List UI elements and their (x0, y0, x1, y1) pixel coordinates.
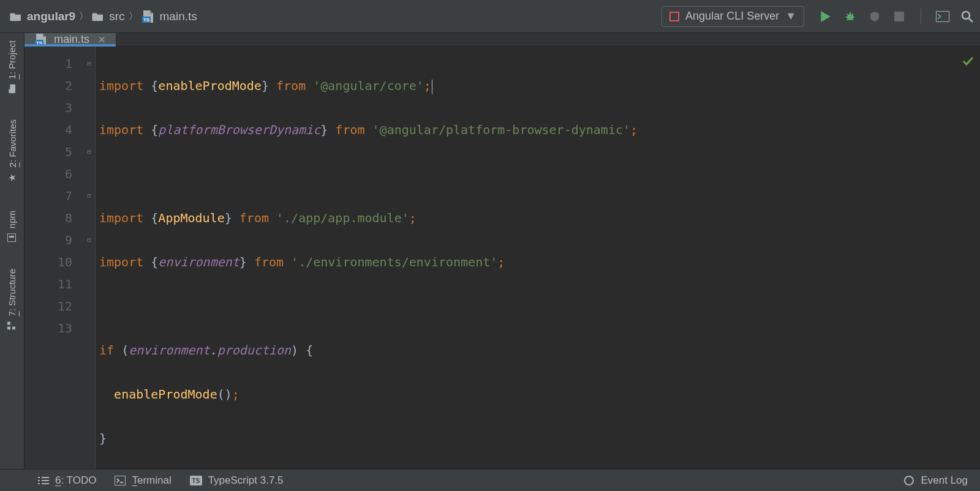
svg-rect-17 (905, 480, 913, 481)
separator (921, 9, 921, 24)
tool-window-npm[interactable]: npm (7, 206, 17, 247)
tool-label: npm (7, 211, 17, 228)
inspection-ok-icon[interactable] (962, 55, 974, 67)
fold-gutter: ⊟ ⊟ ⊟ ⊟ (83, 47, 96, 491)
line-number: 5 (24, 141, 72, 163)
event-log-button[interactable]: Event Log (903, 474, 968, 487)
svg-rect-8 (8, 326, 11, 329)
project-icon (8, 83, 17, 93)
run-config-label: Angular CLI Server (685, 10, 779, 23)
line-number: 12 (24, 295, 72, 317)
fold-toggle[interactable]: ⊟ (83, 53, 95, 75)
line-number: 6 (24, 163, 72, 185)
breadcrumb-label: angular9 (27, 10, 75, 23)
breadcrumbs: angular9 〉 src 〉 TS main.ts (6, 10, 662, 23)
run-anything-button[interactable] (936, 10, 949, 23)
line-number: 9 (24, 229, 72, 251)
typescript-icon: TS (190, 476, 202, 485)
fold-end[interactable]: ⊟ (83, 229, 95, 251)
search-everywhere-button[interactable] (960, 10, 974, 23)
svg-text:TS: TS (192, 478, 200, 484)
line-number: 1 (24, 53, 72, 75)
stop-button[interactable] (892, 10, 906, 23)
status-item-label: TypeScript 3.7.5 (208, 474, 284, 487)
folder-icon (10, 12, 22, 21)
text-cursor (432, 80, 432, 94)
svg-point-5 (962, 12, 970, 19)
breadcrumb-main-ts[interactable]: TS main.ts (141, 10, 197, 23)
list-icon (38, 476, 49, 485)
svg-rect-4 (936, 11, 949, 22)
svg-rect-7 (10, 236, 15, 238)
run-button[interactable] (819, 10, 832, 23)
status-item-label: Event Log (921, 474, 968, 487)
svg-rect-10 (13, 326, 16, 329)
status-bar: 6: TODO Terminal TS TypeScript 3.7.5 Eve… (0, 469, 980, 491)
coverage-button[interactable] (868, 10, 881, 23)
run-configuration-select[interactable]: Angular CLI Server ▼ (662, 6, 804, 27)
navigation-bar: angular9 〉 src 〉 TS main.ts Angular CLI … (0, 0, 980, 33)
event-log-icon (903, 475, 914, 486)
breadcrumb-angular9[interactable]: angular9 (10, 10, 75, 23)
svg-rect-9 (8, 321, 11, 324)
typescript-file-icon: TS (141, 10, 155, 23)
tool-label: 7: Structure (7, 269, 17, 317)
breadcrumb-label: main.ts (160, 10, 197, 23)
fold-toggle[interactable]: ⊟ (83, 185, 95, 207)
tool-label: 1: Project (7, 40, 17, 79)
line-number-gutter: 1 2 3 4 5 6 7 8 9 10 11 12 13 (24, 47, 83, 491)
run-toolbar: Angular CLI Server ▼ (662, 6, 974, 27)
typescript-service[interactable]: TS TypeScript 3.7.5 (190, 474, 284, 487)
line-number: 8 (24, 207, 72, 229)
folder-icon (92, 12, 104, 21)
svg-text:TS: TS (143, 17, 149, 23)
tool-window-project[interactable]: 1: Project (7, 36, 17, 97)
tool-window-structure[interactable]: 7: Structure (7, 264, 17, 335)
debug-button[interactable] (843, 10, 857, 23)
line-number: 4 (24, 119, 72, 141)
status-item-label: Terminal (132, 474, 171, 487)
tool-window-favorites[interactable]: ★ 2: Favorites (7, 114, 18, 188)
status-item-label: 6: TODO (55, 474, 96, 487)
tool-window-terminal[interactable]: Terminal (115, 474, 171, 487)
star-icon: ★ (7, 173, 18, 184)
fold-toggle[interactable]: ⊟ (83, 141, 95, 163)
svg-text:TS: TS (36, 40, 43, 46)
terminal-icon (115, 476, 126, 485)
tool-window-todo[interactable]: 6: TODO (38, 474, 96, 487)
svg-rect-13 (115, 476, 126, 485)
svg-rect-3 (894, 12, 904, 21)
left-tool-strip: 1: Project ★ 2: Favorites npm 7: Structu… (0, 33, 24, 469)
breadcrumb-src[interactable]: src (92, 10, 124, 23)
editor-tabs: TS main.ts ✕ (24, 33, 980, 47)
line-number: 13 (24, 317, 72, 339)
breadcrumb-label: src (109, 10, 124, 23)
line-number: 11 (24, 273, 72, 295)
angular-icon (669, 12, 679, 21)
line-number: 2 (24, 75, 72, 97)
code-editor[interactable]: 1 2 3 4 5 6 7 8 9 10 11 12 13 ⊟ ⊟ ⊟ (24, 47, 980, 491)
typescript-file-icon: TS (34, 34, 48, 46)
editor-tab-main-ts[interactable]: TS main.ts ✕ (24, 33, 116, 46)
chevron-right-icon: 〉 (79, 10, 88, 22)
close-icon[interactable]: ✕ (98, 34, 106, 45)
tab-label: main.ts (54, 33, 89, 46)
code-content[interactable]: import {enableProdMode} from '@angular/c… (96, 47, 980, 491)
line-number: 10 (24, 251, 72, 273)
chevron-down-icon: ▼ (785, 10, 796, 23)
tool-label: 2: Favorites (7, 119, 17, 167)
line-number: 7 (24, 185, 72, 207)
chevron-right-icon: 〉 (129, 10, 138, 22)
line-number: 3 (24, 97, 72, 119)
structure-icon (8, 321, 17, 329)
npm-icon (8, 233, 17, 242)
